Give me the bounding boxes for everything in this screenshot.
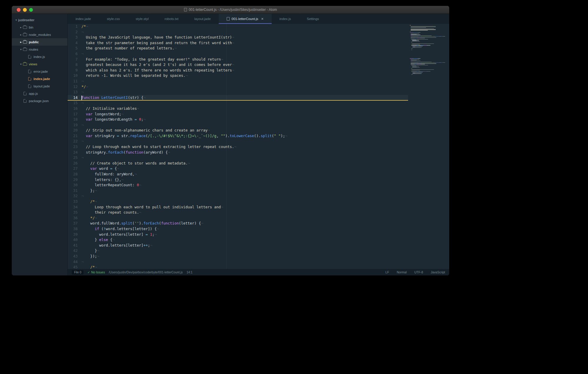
code-line[interactable]: var stringAry = str.replace(/[.,-\/#!$%\…	[81, 133, 449, 139]
code-line[interactable]: which also has 2 e's. If there are no wo…	[81, 68, 449, 73]
tree-folder-routes[interactable]: ▾routes	[12, 46, 67, 53]
line-number[interactable]: 22	[68, 139, 78, 144]
line-number[interactable]: 26	[68, 161, 78, 166]
line-number[interactable]: 39	[68, 232, 78, 237]
tab-index.jade[interactable]: index.jade	[68, 14, 99, 24]
code-area[interactable]: /*¬¬ Using the JavaScript language, have…	[81, 24, 449, 269]
line-number[interactable]: 43	[68, 254, 78, 259]
tree-file-error.jade[interactable]: error.jade	[12, 68, 67, 75]
code-line[interactable]: /*¬	[81, 199, 449, 205]
close-tab-icon[interactable]: ×	[261, 17, 263, 21]
line-number[interactable]: 35	[68, 210, 78, 215]
code-line[interactable]: ¬	[81, 51, 449, 57]
code-line[interactable]: return -1. Words will be separated by sp…	[81, 73, 449, 79]
tree-root-justinseiter[interactable]: ▾ justinseiter	[12, 16, 67, 24]
code-line[interactable]: take the str parameter being passed and …	[81, 40, 449, 46]
line-number[interactable]: 9	[68, 68, 78, 73]
line-number[interactable]: 24	[68, 150, 78, 155]
line-number[interactable]: 4	[68, 40, 78, 46]
tab-layout.jade[interactable]: layout.jade	[186, 14, 219, 24]
line-number[interactable]: 21	[68, 133, 78, 139]
tab-robots.txt[interactable]: robots.txt	[157, 14, 186, 24]
line-number[interactable]: 37	[68, 221, 78, 226]
tree-folder-views[interactable]: ▾views	[12, 60, 67, 68]
tab-style.css[interactable]: style.css	[99, 14, 128, 24]
tree-folder-bin[interactable]: ▸bin	[12, 24, 67, 31]
tree-folder-public[interactable]: ▸public	[12, 38, 67, 46]
chevron-down-icon[interactable]: ▾	[14, 19, 18, 21]
code-line[interactable]: var longestWordLength = 0;¬	[81, 117, 449, 122]
code-line[interactable]: ¬	[81, 89, 449, 95]
code-line[interactable]: Loop through each word to pull out indiv…	[81, 205, 449, 210]
code-line[interactable]: } else {¬	[81, 237, 449, 243]
code-line[interactable]: For example: "Today, is the greatest day…	[81, 57, 449, 62]
line-number[interactable]: 5	[68, 46, 78, 51]
line-number[interactable]: 23	[68, 144, 78, 150]
gutter[interactable]: 1234567891011121314151617181920212223242…	[68, 24, 81, 269]
status-grammar[interactable]: JavaScript	[431, 270, 445, 274]
code-line[interactable]: if (!word.letters[letter]) {¬	[81, 226, 449, 232]
zoom-window-button[interactable]	[29, 8, 33, 12]
code-line[interactable]: greatest because it has 2 e's (and 2 t's…	[81, 62, 449, 68]
code-line[interactable]: // Initialize variables¬	[81, 106, 449, 112]
code-line[interactable]: });¬	[81, 254, 449, 259]
code-line[interactable]: ¬	[81, 139, 449, 144]
tree-file-app.js[interactable]: app.js	[12, 90, 67, 97]
line-number[interactable]: 31	[68, 188, 78, 194]
editor-pane[interactable]: 1234567891011121314151617181920212223242…	[68, 24, 449, 269]
line-number[interactable]: 32	[68, 193, 78, 199]
line-number[interactable]: 12	[68, 84, 78, 90]
tree-file-package.json[interactable]: package.json	[12, 97, 67, 104]
code-line[interactable]: word.letters[letter]++;¬	[81, 243, 449, 248]
file-path[interactable]: /Users/justin/Dev/pairbox/coderbyte/001-…	[109, 270, 183, 274]
cursor-position[interactable]: 14:1	[187, 270, 193, 274]
line-number[interactable]: 38	[68, 226, 78, 232]
code-line[interactable]: };¬	[81, 188, 449, 194]
code-line[interactable]: fullWord: aryWord,¬	[81, 172, 449, 177]
line-number[interactable]: 6	[68, 51, 78, 57]
line-number[interactable]: 1	[68, 24, 78, 29]
line-number[interactable]: 27	[68, 166, 78, 172]
code-line[interactable]: */¬	[81, 215, 449, 221]
line-number[interactable]: 2	[68, 29, 78, 35]
file-badge[interactable]: File 0	[72, 270, 83, 275]
line-number[interactable]: 15	[68, 100, 78, 106]
line-number[interactable]: 3	[68, 35, 78, 40]
line-number[interactable]: 14	[68, 95, 78, 101]
code-line[interactable]: // Strip out non-alphanumeric chars and …	[81, 128, 449, 133]
code-line[interactable]: var word = {¬	[81, 166, 449, 172]
line-number[interactable]: 45	[68, 265, 78, 269]
line-number[interactable]: 10	[68, 73, 78, 79]
line-number[interactable]: 17	[68, 112, 78, 117]
code-line[interactable]: ¬	[81, 259, 449, 265]
tree-file-index.jade[interactable]: index.jade	[12, 75, 67, 82]
code-line[interactable]: */¬	[81, 84, 449, 90]
line-number[interactable]: 16	[68, 106, 78, 112]
tree-file-layout.jade[interactable]: layout.jade	[12, 82, 67, 90]
tab-Settings[interactable]: Settings	[299, 14, 327, 24]
line-number[interactable]: 18	[68, 117, 78, 122]
line-number[interactable]: 33	[68, 199, 78, 205]
code-line[interactable]: letters: {},¬	[81, 177, 449, 183]
status-vim-mode[interactable]: Normal	[397, 270, 407, 274]
tab-001-letterCount.js[interactable]: 001-letterCount.js×	[219, 14, 272, 24]
line-number[interactable]: 36	[68, 215, 78, 221]
line-number[interactable]: 29	[68, 177, 78, 183]
code-line[interactable]: Using the JavaScript language, have the …	[81, 35, 449, 40]
line-number[interactable]: 28	[68, 172, 78, 177]
code-line[interactable]: /*¬	[81, 265, 449, 269]
line-number[interactable]: 34	[68, 205, 78, 210]
minimize-window-button[interactable]	[23, 8, 27, 12]
line-number[interactable]: 42	[68, 248, 78, 254]
tab-style.styl[interactable]: style.styl	[128, 14, 157, 24]
line-number[interactable]: 19	[68, 122, 78, 128]
code-line[interactable]: word.letters[letter] = 1;¬	[81, 232, 449, 237]
titlebar[interactable]: 001-letterCount.js - /Users/justin/Sites…	[12, 6, 449, 14]
code-line[interactable]: letterRepeatCount: 0¬	[81, 182, 449, 188]
code-line[interactable]: // Loop through each word to start extra…	[81, 144, 449, 150]
code-line[interactable]: /*¬	[81, 24, 449, 29]
line-number[interactable]: 25	[68, 155, 78, 161]
line-number[interactable]: 41	[68, 243, 78, 248]
code-line[interactable]: the greatest number of repeated letters.…	[81, 46, 449, 51]
code-line[interactable]: ¬	[81, 155, 449, 161]
